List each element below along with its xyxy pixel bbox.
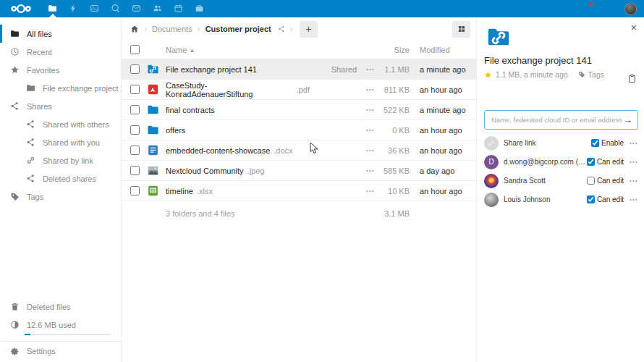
sidebar-item-recent[interactable]: Recent xyxy=(0,43,121,61)
file-name[interactable]: final contracts xyxy=(166,106,215,114)
file-row[interactable]: final contracts ••• 522 KB a minute ago xyxy=(122,100,476,120)
share-icon[interactable] xyxy=(349,106,357,114)
file-row[interactable]: timeline.xlsx ••• 10 KB an hour ago xyxy=(122,181,476,201)
lightning-icon xyxy=(69,4,78,14)
clipboard-icon[interactable] xyxy=(627,74,637,83)
row-actions-menu-icon[interactable]: ••• xyxy=(366,148,375,153)
sidebar-item-file-exchange-project-141[interactable]: File exchange project 141 xyxy=(0,79,121,97)
permission-checkbox[interactable]: Can edit xyxy=(587,158,624,166)
row-checkbox[interactable] xyxy=(130,166,140,175)
avatar xyxy=(484,136,499,151)
share-entry-menu-icon[interactable]: ••• xyxy=(630,178,638,183)
permission-checkbox[interactable]: Can edit xyxy=(587,177,624,185)
share-entry-name: Share link xyxy=(504,139,591,147)
share-icon[interactable] xyxy=(349,146,357,154)
share-entry: Share link Enable ••• xyxy=(484,134,638,152)
file-row[interactable]: CaseStudy-KonradAdenauerStiftung.pdf •••… xyxy=(122,80,476,100)
sidebar-item-tags[interactable]: Tags xyxy=(0,188,121,206)
file-row[interactable]: File exchange project 141 Shared ••• 1.1… xyxy=(122,59,476,80)
file-name[interactable]: offers xyxy=(166,126,185,135)
select-all-checkbox[interactable] xyxy=(130,45,140,54)
sort-asc-icon[interactable]: ▴ xyxy=(190,46,194,54)
close-icon[interactable]: × xyxy=(631,22,637,33)
breadcrumb-customer-project[interactable]: Customer project xyxy=(206,25,271,33)
file-size: 36 KB xyxy=(375,146,410,155)
file-name[interactable]: Nextcloud Community xyxy=(166,167,244,175)
calendar-icon xyxy=(174,4,183,14)
file-size: 522 KB xyxy=(375,106,410,114)
row-actions-menu-icon[interactable]: ••• xyxy=(366,168,375,173)
row-checkbox[interactable] xyxy=(130,64,140,74)
file-name[interactable]: File exchange project 141 xyxy=(166,65,257,74)
breadcrumb-documents[interactable]: Documents xyxy=(152,25,192,33)
sidebar-item-shares[interactable]: Shares xyxy=(0,97,121,115)
favorite-star-icon[interactable] xyxy=(484,71,492,79)
row-actions-menu-icon[interactable]: ••• xyxy=(366,107,375,112)
sidebar-item-storage[interactable]: 12.6 MB used xyxy=(0,316,121,334)
user-avatar[interactable] xyxy=(624,3,637,15)
search-icon[interactable] xyxy=(559,4,569,14)
docx-icon xyxy=(147,144,159,156)
app-tab-talk[interactable] xyxy=(105,0,126,17)
row-checkbox[interactable] xyxy=(130,146,140,155)
share-icon[interactable] xyxy=(349,167,357,174)
sidebar-item-deleted-shares[interactable]: Deleted shares xyxy=(0,169,121,188)
share-icon xyxy=(26,138,35,147)
app-tab-lightning[interactable] xyxy=(63,0,84,17)
sidebar-item-settings[interactable]: Settings xyxy=(0,341,121,361)
file-row[interactable]: embedded-content-showcase.docx ••• 36 KB… xyxy=(122,140,476,161)
grid-view-button[interactable] xyxy=(452,21,470,38)
file-row[interactable]: Nextcloud Community.jpeg ••• 585 KB a da… xyxy=(122,161,476,181)
row-checkbox[interactable] xyxy=(130,125,140,135)
new-file-button[interactable]: + xyxy=(300,21,318,38)
app-tab-mail[interactable] xyxy=(126,0,147,17)
share-entry-menu-icon[interactable]: ••• xyxy=(630,197,638,202)
sidebar-item-favorites[interactable]: Favorites xyxy=(0,61,121,79)
sidebar-item-all-files[interactable]: All files xyxy=(0,25,121,43)
row-actions-menu-icon[interactable]: ••• xyxy=(366,188,375,193)
share-recipient-input[interactable] xyxy=(490,115,623,125)
sidebar-item-shared-with-you[interactable]: Shared with you xyxy=(0,133,121,151)
sidebar-item-shared-by-link[interactable]: Shared by link xyxy=(0,151,121,169)
row-actions-menu-icon[interactable]: ••• xyxy=(366,67,375,72)
storage-used-label: 12.6 MB used xyxy=(27,321,76,329)
file-row[interactable]: offers ••• 0 KB an hour ago xyxy=(122,120,476,140)
permission-checkbox[interactable]: Can edit xyxy=(587,195,624,203)
app-tab-contacts[interactable] xyxy=(147,0,168,17)
home-icon[interactable] xyxy=(130,25,139,33)
shared-indicator[interactable]: Shared xyxy=(320,65,357,74)
share-entry-menu-icon[interactable]: ••• xyxy=(630,140,638,146)
sidebar-item-shared-with-others[interactable]: Shared with others xyxy=(0,115,121,133)
app-tab-calendar[interactable] xyxy=(168,0,189,17)
file-name[interactable]: timeline xyxy=(166,187,193,195)
nextcloud-logo-icon[interactable] xyxy=(7,3,35,14)
column-name[interactable]: Name xyxy=(166,46,187,54)
row-actions-menu-icon[interactable]: ••• xyxy=(366,127,375,132)
share-entry-menu-icon[interactable]: ••• xyxy=(630,159,638,164)
file-modified: an hour ago xyxy=(410,146,476,155)
row-checkbox[interactable] xyxy=(130,186,140,195)
sidebar-item-label: All files xyxy=(27,30,52,38)
app-tab-briefcase[interactable] xyxy=(189,0,210,17)
submit-share-arrow-icon[interactable]: → xyxy=(623,114,632,125)
column-size[interactable]: Size xyxy=(375,46,410,54)
app-tab-image[interactable] xyxy=(84,0,105,17)
row-checkbox[interactable] xyxy=(130,105,140,114)
xlsx-icon xyxy=(147,185,159,197)
contacts-icon[interactable] xyxy=(603,4,613,14)
share-icon[interactable] xyxy=(349,187,357,195)
bell-icon[interactable] xyxy=(581,4,591,14)
permission-checkbox[interactable]: Enable xyxy=(591,139,624,147)
row-actions-menu-icon[interactable]: ••• xyxy=(366,87,375,92)
column-modified[interactable]: Modified xyxy=(410,46,476,54)
app-tab-folder[interactable] xyxy=(42,0,63,17)
row-checkbox[interactable] xyxy=(130,85,140,94)
sidebar-item-deleted-files[interactable]: Deleted files xyxy=(0,298,121,316)
sidebar-item-label: Recent xyxy=(27,48,52,56)
file-name[interactable]: embedded-content-showcase xyxy=(166,146,270,155)
favorite-star-icon xyxy=(156,80,163,87)
share-icon[interactable] xyxy=(349,126,357,134)
file-name[interactable]: CaseStudy-KonradAdenauerStiftung xyxy=(166,81,293,98)
tags-label[interactable]: Tags xyxy=(588,70,604,79)
share-icon[interactable] xyxy=(349,85,357,93)
